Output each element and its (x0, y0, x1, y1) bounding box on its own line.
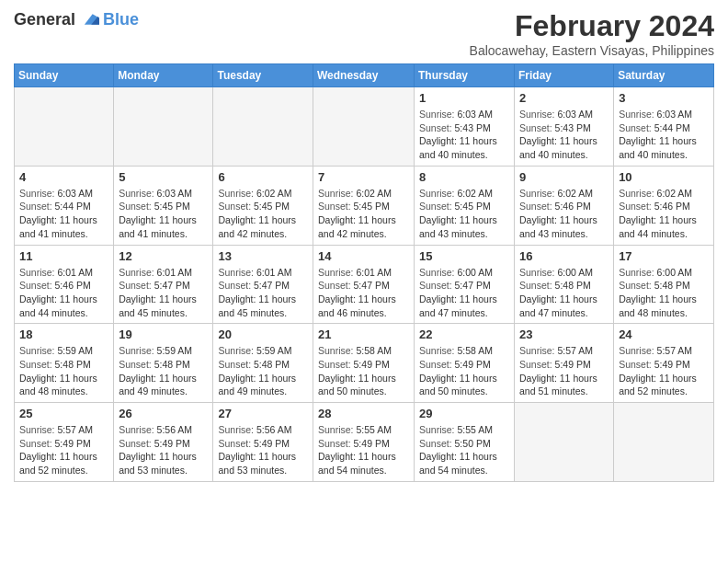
calendar-cell (313, 87, 415, 167)
calendar-cell: 11Sunrise: 6:01 AMSunset: 5:46 PMDayligh… (15, 245, 114, 324)
day-info: Sunrise: 5:58 AMSunset: 5:49 PMDaylight:… (318, 344, 409, 398)
calendar-cell: 16Sunrise: 6:00 AMSunset: 5:48 PMDayligh… (515, 245, 614, 324)
day-info: Sunrise: 5:57 AMSunset: 5:49 PMDaylight:… (19, 423, 108, 477)
column-header-monday: Monday (114, 64, 213, 87)
day-number: 16 (519, 249, 609, 263)
day-info: Sunrise: 6:03 AMSunset: 5:45 PMDaylight:… (119, 187, 208, 241)
calendar-cell (213, 87, 313, 167)
calendar-cell: 2Sunrise: 6:03 AMSunset: 5:43 PMDaylight… (515, 87, 614, 167)
calendar-cell (15, 87, 114, 167)
calendar-cell (614, 403, 714, 482)
calendar-cell: 3Sunrise: 6:03 AMSunset: 5:44 PMDaylight… (614, 87, 714, 167)
calendar-cell: 27Sunrise: 5:56 AMSunset: 5:49 PMDayligh… (213, 403, 313, 482)
day-number: 28 (318, 407, 409, 420)
day-info: Sunrise: 6:03 AMSunset: 5:43 PMDaylight:… (519, 108, 609, 162)
location-title: Balocawehay, Eastern Visayas, Philippine… (470, 43, 714, 58)
calendar-week-3: 11Sunrise: 6:01 AMSunset: 5:46 PMDayligh… (15, 245, 714, 324)
day-number: 17 (619, 249, 709, 263)
day-number: 18 (19, 327, 108, 341)
calendar-cell: 20Sunrise: 5:59 AMSunset: 5:48 PMDayligh… (213, 324, 313, 403)
day-info: Sunrise: 6:02 AMSunset: 5:45 PMDaylight:… (318, 187, 409, 241)
day-number: 21 (318, 327, 409, 341)
title-area: February 2024 Balocawehay, Eastern Visay… (470, 9, 714, 58)
day-info: Sunrise: 6:00 AMSunset: 5:47 PMDaylight:… (419, 266, 509, 320)
calendar-cell (114, 87, 213, 167)
calendar-cell: 14Sunrise: 6:01 AMSunset: 5:47 PMDayligh… (313, 245, 415, 324)
day-number: 22 (419, 327, 509, 341)
day-number: 11 (19, 249, 108, 263)
calendar-cell: 7Sunrise: 6:02 AMSunset: 5:45 PMDaylight… (313, 166, 415, 245)
calendar-week-2: 4Sunrise: 6:03 AMSunset: 5:44 PMDaylight… (15, 166, 714, 245)
day-info: Sunrise: 6:01 AMSunset: 5:47 PMDaylight:… (119, 266, 208, 320)
day-number: 5 (119, 170, 208, 184)
calendar-week-1: 1Sunrise: 6:03 AMSunset: 5:43 PMDaylight… (15, 87, 714, 167)
calendar-week-5: 25Sunrise: 5:57 AMSunset: 5:49 PMDayligh… (15, 403, 714, 482)
calendar-week-4: 18Sunrise: 5:59 AMSunset: 5:48 PMDayligh… (15, 324, 714, 403)
page-header: General Blue February 2024 Balocawehay, … (14, 9, 714, 58)
day-info: Sunrise: 6:03 AMSunset: 5:43 PMDaylight:… (419, 108, 509, 162)
calendar-cell: 13Sunrise: 6:01 AMSunset: 5:47 PMDayligh… (213, 245, 313, 324)
calendar-cell: 22Sunrise: 5:58 AMSunset: 5:49 PMDayligh… (415, 324, 515, 403)
month-title: February 2024 (470, 9, 714, 43)
column-header-thursday: Thursday (415, 64, 515, 87)
day-number: 27 (218, 407, 308, 420)
calendar-cell: 18Sunrise: 5:59 AMSunset: 5:48 PMDayligh… (15, 324, 114, 403)
day-info: Sunrise: 5:59 AMSunset: 5:48 PMDaylight:… (119, 344, 208, 398)
day-number: 25 (19, 407, 108, 420)
day-info: Sunrise: 5:56 AMSunset: 5:49 PMDaylight:… (218, 423, 308, 477)
calendar-cell: 6Sunrise: 6:02 AMSunset: 5:45 PMDaylight… (213, 166, 313, 245)
calendar-cell: 24Sunrise: 5:57 AMSunset: 5:49 PMDayligh… (614, 324, 714, 403)
day-number: 13 (218, 249, 308, 263)
day-info: Sunrise: 6:02 AMSunset: 5:46 PMDaylight:… (619, 187, 709, 241)
day-info: Sunrise: 6:03 AMSunset: 5:44 PMDaylight:… (619, 108, 709, 162)
day-info: Sunrise: 5:57 AMSunset: 5:49 PMDaylight:… (619, 344, 709, 398)
day-number: 9 (519, 170, 609, 184)
column-header-friday: Friday (515, 64, 614, 87)
day-number: 26 (119, 407, 208, 420)
day-info: Sunrise: 5:59 AMSunset: 5:48 PMDaylight:… (19, 344, 108, 398)
day-info: Sunrise: 5:55 AMSunset: 5:49 PMDaylight:… (318, 423, 409, 477)
calendar-cell: 1Sunrise: 6:03 AMSunset: 5:43 PMDaylight… (415, 87, 515, 167)
day-number: 2 (519, 91, 609, 105)
day-info: Sunrise: 5:59 AMSunset: 5:48 PMDaylight:… (218, 344, 308, 398)
logo: General Blue (14, 9, 139, 29)
logo-general: General (14, 10, 75, 29)
day-number: 20 (218, 327, 308, 341)
day-number: 4 (19, 170, 108, 184)
day-number: 19 (119, 327, 208, 341)
day-number: 3 (619, 91, 709, 105)
day-info: Sunrise: 5:56 AMSunset: 5:49 PMDaylight:… (119, 423, 208, 477)
column-header-sunday: Sunday (15, 64, 114, 87)
calendar-table: SundayMondayTuesdayWednesdayThursdayFrid… (14, 63, 714, 482)
day-number: 24 (619, 327, 709, 341)
day-info: Sunrise: 6:00 AMSunset: 5:48 PMDaylight:… (519, 266, 609, 320)
calendar-cell: 19Sunrise: 5:59 AMSunset: 5:48 PMDayligh… (114, 324, 213, 403)
column-header-wednesday: Wednesday (313, 64, 415, 87)
day-number: 8 (419, 170, 509, 184)
day-info: Sunrise: 6:03 AMSunset: 5:44 PMDaylight:… (19, 187, 108, 241)
calendar-cell: 17Sunrise: 6:00 AMSunset: 5:48 PMDayligh… (614, 245, 714, 324)
day-number: 23 (519, 327, 609, 341)
logo-blue: Blue (103, 10, 139, 29)
calendar-header-row: SundayMondayTuesdayWednesdayThursdayFrid… (15, 64, 714, 87)
day-number: 10 (619, 170, 709, 184)
calendar-cell: 26Sunrise: 5:56 AMSunset: 5:49 PMDayligh… (114, 403, 213, 482)
day-number: 15 (419, 249, 509, 263)
calendar-cell: 9Sunrise: 6:02 AMSunset: 5:46 PMDaylight… (515, 166, 614, 245)
day-number: 7 (318, 170, 409, 184)
day-number: 14 (318, 249, 409, 263)
day-info: Sunrise: 5:58 AMSunset: 5:49 PMDaylight:… (419, 344, 509, 398)
day-number: 1 (419, 91, 509, 105)
calendar-cell: 23Sunrise: 5:57 AMSunset: 5:49 PMDayligh… (515, 324, 614, 403)
calendar-cell: 15Sunrise: 6:00 AMSunset: 5:47 PMDayligh… (415, 245, 515, 324)
logo-icon (79, 9, 99, 29)
calendar-cell: 5Sunrise: 6:03 AMSunset: 5:45 PMDaylight… (114, 166, 213, 245)
column-header-saturday: Saturday (614, 64, 714, 87)
calendar-cell (515, 403, 614, 482)
day-number: 12 (119, 249, 208, 263)
day-info: Sunrise: 6:02 AMSunset: 5:45 PMDaylight:… (218, 187, 308, 241)
calendar-cell: 12Sunrise: 6:01 AMSunset: 5:47 PMDayligh… (114, 245, 213, 324)
day-number: 29 (419, 407, 509, 420)
day-info: Sunrise: 6:02 AMSunset: 5:46 PMDaylight:… (519, 187, 609, 241)
day-info: Sunrise: 6:01 AMSunset: 5:47 PMDaylight:… (318, 266, 409, 320)
